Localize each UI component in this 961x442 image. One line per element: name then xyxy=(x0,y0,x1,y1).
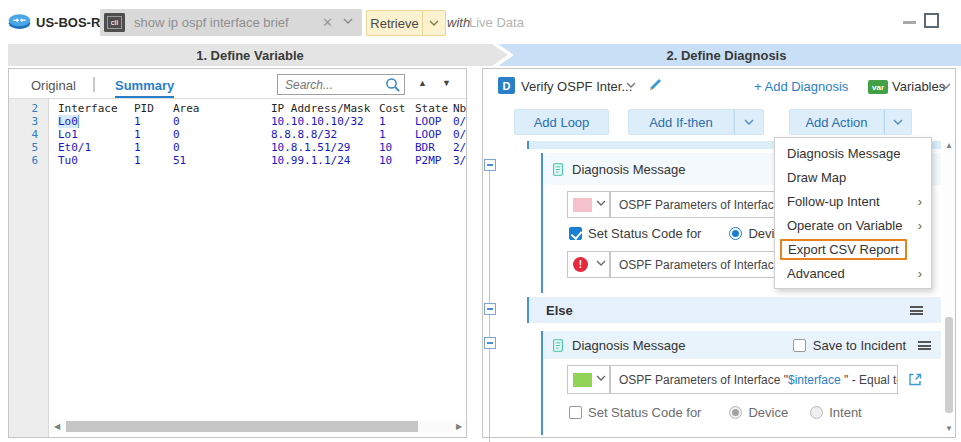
menu-item-follow-up-intent[interactable]: Follow-up Intent › xyxy=(775,189,931,213)
else-row[interactable]: Else xyxy=(527,297,941,323)
add-if-then-button[interactable]: Add If-then xyxy=(628,109,734,135)
tab-original[interactable]: Original xyxy=(31,78,76,93)
variables-chevron-icon[interactable] xyxy=(941,83,950,92)
set-status-label: Set Status Code for xyxy=(588,226,701,241)
cell-pid[interactable]: 1 xyxy=(134,154,173,167)
cell-state[interactable]: LOOP xyxy=(415,115,453,128)
cell-area[interactable]: 0 xyxy=(173,115,271,128)
add-if-then-dropdown-icon[interactable] xyxy=(734,109,764,135)
step-define-variable[interactable]: 1. Define Variable xyxy=(8,44,508,66)
diagnosis-selector[interactable]: Verify OSPF Inter... xyxy=(521,79,632,94)
add-diagnosis-button[interactable]: + Add Diagnosis xyxy=(754,79,848,94)
retrieve-button[interactable]: Retrieve xyxy=(366,10,422,36)
selected-variable[interactable]: Lo0 xyxy=(58,115,78,128)
collapse-message-icon[interactable] xyxy=(484,337,496,349)
cell-pid[interactable]: 1 xyxy=(134,128,173,141)
scroll-down-icon[interactable]: ▼ xyxy=(943,424,955,433)
save-to-incident-row: Save to Incident xyxy=(793,338,931,353)
cell-area[interactable]: 0 xyxy=(173,141,271,154)
table-row[interactable]: 3 Lo0 1 0 10.10.10.10/32 1 LOOP 0/0 xyxy=(9,115,466,128)
cell-state[interactable]: BDR xyxy=(415,141,453,154)
cell-area[interactable]: 51 xyxy=(173,154,271,167)
cell-interface[interactable]: Lo1 xyxy=(58,128,134,141)
cell-ip[interactable]: 10.8.1.51/29 xyxy=(271,141,379,154)
chevron-down-icon xyxy=(596,260,605,269)
save-to-incident-checkbox[interactable] xyxy=(793,339,806,352)
scroll-right-icon[interactable]: ▶ xyxy=(452,422,466,431)
cell-pid[interactable]: 1 xyxy=(134,141,173,154)
menu-item-export-csv-report[interactable]: Export CSV Report xyxy=(775,237,931,261)
severity-color-dropdown[interactable] xyxy=(567,191,610,218)
horizontal-scrollbar[interactable]: ◀ ▶ xyxy=(50,420,466,433)
scrollbar-track[interactable] xyxy=(64,421,452,432)
maximize-icon[interactable] xyxy=(924,13,939,28)
cell-cost[interactable]: 1 xyxy=(379,128,415,141)
device-radio[interactable] xyxy=(729,406,742,419)
set-status-checkbox[interactable] xyxy=(569,227,582,240)
cell-interface[interactable]: Lo0 xyxy=(58,115,134,128)
else-menu-icon[interactable] xyxy=(910,306,923,315)
cell-nbr[interactable]: 0/0 xyxy=(453,128,466,141)
minimize-icon[interactable] xyxy=(903,21,916,24)
command-input[interactable]: cli show ip ospf interface brief ✕ xyxy=(100,9,362,36)
add-action-button[interactable]: Add Action xyxy=(789,109,884,135)
intent-radio[interactable] xyxy=(810,406,823,419)
scroll-left-icon[interactable]: ◀ xyxy=(50,422,64,431)
edit-pencil-icon[interactable] xyxy=(647,77,663,93)
scroll-up-icon[interactable]: ▲ xyxy=(943,141,955,150)
command-dropdown-icon[interactable] xyxy=(343,18,352,27)
severity-color-dropdown[interactable] xyxy=(567,365,610,394)
table-row[interactable]: 5 Et0/1 1 0 10.8.1.51/29 10 BDR 2/2 xyxy=(9,141,466,154)
search-icon[interactable] xyxy=(385,77,401,93)
table-row[interactable]: 6 Tu0 1 51 10.99.1.1/24 10 P2MP 3/3 xyxy=(9,154,466,167)
step-define-diagnosis[interactable]: 2. Define Diagnosis xyxy=(492,44,961,66)
vertical-scrollbar[interactable]: ▲ ▼ xyxy=(943,139,955,435)
cell-ip[interactable]: 8.8.8.8/32 xyxy=(271,128,379,141)
menu-item-diagnosis-message[interactable]: Diagnosis Message xyxy=(775,141,931,165)
cell-nbr[interactable]: 3/3 xyxy=(453,154,466,167)
command-text[interactable]: show ip ospf interface brief xyxy=(134,15,322,30)
scrollbar-thumb[interactable] xyxy=(945,317,953,413)
collapse-else-icon[interactable] xyxy=(484,303,496,315)
cell-nbr[interactable]: 2/2 xyxy=(453,141,466,154)
table-row[interactable]: 4 Lo1 1 0 8.8.8.8/32 1 LOOP 0/0 xyxy=(9,128,466,141)
search-input[interactable] xyxy=(278,78,385,92)
retrieve-dropdown-icon[interactable] xyxy=(422,10,446,36)
cell-cost[interactable]: 1 xyxy=(379,115,415,128)
find-next-icon[interactable]: ▼ xyxy=(442,78,451,88)
severity-icon-dropdown[interactable]: ! xyxy=(567,251,610,278)
cell-interface[interactable]: Et0/1 xyxy=(58,141,134,154)
find-previous-icon[interactable]: ▲ xyxy=(418,78,427,88)
cell-ip[interactable]: 10.10.10.10/32 xyxy=(271,115,379,128)
cell-ip[interactable]: 10.99.1.1/24 xyxy=(271,154,379,167)
cell-cost[interactable]: 10 xyxy=(379,141,415,154)
message-menu-icon[interactable] xyxy=(918,341,931,350)
diagnosis-message-input[interactable]: OSPF Parameters of Interface "$interface… xyxy=(610,365,898,394)
col-cost: Cost xyxy=(379,102,415,115)
menu-item-advanced[interactable]: Advanced › xyxy=(775,261,931,285)
cell-state[interactable]: LOOP xyxy=(415,128,453,141)
cell-cost[interactable]: 10 xyxy=(379,154,415,167)
scrollbar-thumb[interactable] xyxy=(66,421,418,432)
add-action-dropdown-icon[interactable] xyxy=(884,109,912,135)
cell-pid[interactable]: 1 xyxy=(134,115,173,128)
expand-editor-icon[interactable] xyxy=(907,371,924,388)
set-status-checkbox[interactable] xyxy=(569,406,582,419)
tab-summary[interactable]: Summary xyxy=(115,78,174,98)
menu-item-draw-map[interactable]: Draw Map xyxy=(775,165,931,189)
cell-interface[interactable]: Tu0 xyxy=(58,154,134,167)
collapse-if-then-icon[interactable] xyxy=(484,159,496,171)
line-number: 4 xyxy=(9,128,49,141)
cell-area[interactable]: 0 xyxy=(173,128,271,141)
device-name[interactable]: US-BOS-R1 xyxy=(36,15,108,30)
cell-state[interactable]: P2MP xyxy=(415,154,453,167)
diagnosis-message-header[interactable]: Diagnosis Message Save to Incident xyxy=(543,331,941,359)
clear-command-icon[interactable]: ✕ xyxy=(322,15,333,30)
device-radio[interactable] xyxy=(729,227,742,240)
variables-dropdown[interactable]: Variables xyxy=(892,79,945,94)
cell-nbr[interactable]: 0/0 xyxy=(453,115,466,128)
add-loop-button[interactable]: Add Loop xyxy=(514,109,609,135)
menu-item-operate-on-variable[interactable]: Operate on Variable › xyxy=(775,213,931,237)
diagnosis-selector-chevron-icon[interactable] xyxy=(626,82,635,91)
col-nbr: Nbr xyxy=(453,102,466,115)
